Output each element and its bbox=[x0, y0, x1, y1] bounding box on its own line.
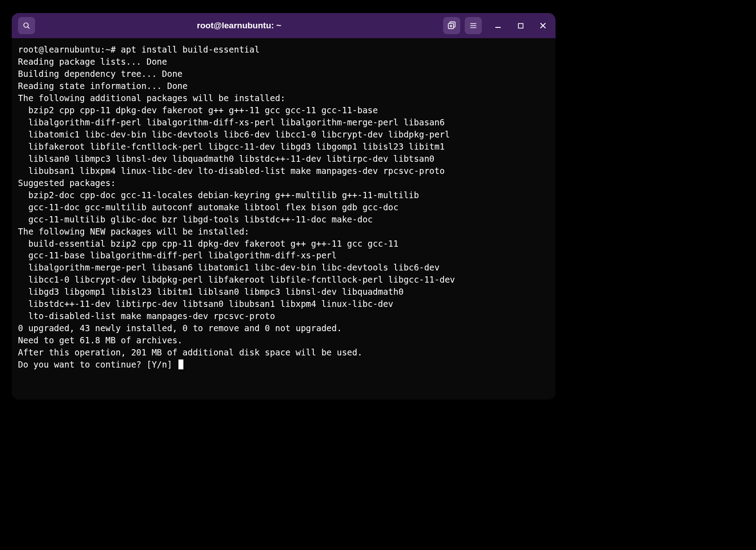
close-button[interactable] bbox=[537, 19, 549, 32]
search-button[interactable] bbox=[18, 17, 35, 34]
output-line: 0 upgraded, 43 newly installed, 0 to rem… bbox=[18, 323, 342, 333]
package-list-line: libcc1-0 libcrypt-dev libdpkg-perl libfa… bbox=[28, 274, 549, 286]
package-list-line: libgd3 libgomp1 libisl23 libitm1 liblsan… bbox=[28, 286, 549, 298]
search-icon bbox=[22, 22, 31, 30]
minimize-icon bbox=[495, 22, 501, 29]
package-list-line: build-essential bzip2 cpp cpp-11 dpkg-de… bbox=[28, 238, 549, 250]
package-list-line: bzip2 cpp cpp-11 dpkg-dev fakeroot g++ g… bbox=[28, 104, 549, 116]
package-list-line: libstdc++-11-dev libtirpc-dev libtsan0 l… bbox=[28, 298, 549, 310]
package-list-line: gcc-11-doc gcc-multilib autoconf automak… bbox=[28, 201, 549, 213]
output-line: Reading package lists... Done bbox=[18, 57, 167, 67]
output-line: Reading state information... Done bbox=[18, 81, 188, 91]
maximize-button[interactable] bbox=[514, 19, 527, 32]
package-list-line: bzip2-doc cpp-doc gcc-11-locales debian-… bbox=[28, 189, 549, 201]
minimize-button[interactable] bbox=[492, 19, 504, 32]
close-icon bbox=[540, 22, 546, 29]
output-line: Need to get 61.8 MB of archives. bbox=[18, 335, 182, 345]
output-line: After this operation, 201 MB of addition… bbox=[18, 347, 362, 357]
shell-prompt: root@learnubuntu:~# bbox=[18, 44, 121, 54]
package-list-line: gcc-11-multilib glibc-doc bzr libgd-tool… bbox=[28, 213, 549, 226]
new-tab-button[interactable] bbox=[443, 17, 460, 34]
package-list-line: libubsan1 libxpm4 linux-libc-dev lto-dis… bbox=[28, 165, 549, 177]
menu-button[interactable] bbox=[465, 17, 482, 34]
continue-prompt: Do you want to continue? [Y/n] bbox=[18, 359, 178, 369]
package-list-line: lto-disabled-list make manpages-dev rpcs… bbox=[28, 310, 549, 322]
output-line: Building dependency tree... Done bbox=[18, 69, 182, 79]
svg-rect-9 bbox=[518, 23, 523, 28]
window-title: root@learnubuntu: ~ bbox=[39, 21, 440, 31]
maximize-icon bbox=[518, 23, 524, 29]
package-list-line: liblsan0 libmpc3 libnsl-dev libquadmath0… bbox=[28, 153, 549, 165]
terminal-output[interactable]: root@learnubuntu:~# apt install build-es… bbox=[12, 38, 556, 399]
output-line: The following NEW packages will be insta… bbox=[18, 226, 249, 236]
terminal-window: root@learnubuntu: ~ bbox=[12, 13, 556, 399]
svg-line-1 bbox=[27, 27, 29, 28]
hamburger-icon bbox=[469, 22, 477, 30]
output-line: Suggested packages: bbox=[18, 178, 116, 188]
cursor bbox=[178, 359, 183, 369]
new-tab-icon bbox=[447, 21, 456, 30]
package-list-line: libfakeroot libfile-fcntllock-perl libgc… bbox=[28, 141, 549, 153]
package-list-line: libalgorithm-diff-perl libalgorithm-diff… bbox=[28, 116, 549, 129]
titlebar: root@learnubuntu: ~ bbox=[12, 13, 556, 38]
package-list-line: libalgorithm-merge-perl libasan6 libatom… bbox=[28, 262, 549, 274]
command-text: apt install build-essential bbox=[121, 44, 260, 54]
output-line: The following additional packages will b… bbox=[18, 93, 285, 103]
package-list-line: libatomic1 libc-dev-bin libc-devtools li… bbox=[28, 129, 549, 141]
package-list-line: gcc-11-base libalgorithm-diff-perl libal… bbox=[28, 249, 549, 262]
